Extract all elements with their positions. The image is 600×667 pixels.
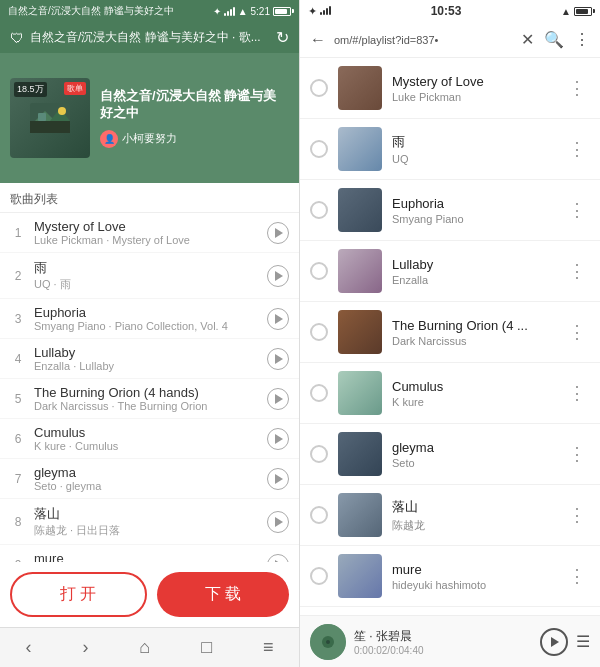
left-song-item[interactable]: 3 Euphoria Smyang Piano · Piano Collecti… <box>0 299 299 339</box>
more-menu-button[interactable]: ⋮ <box>572 28 592 51</box>
back-button[interactable]: ← <box>308 29 328 51</box>
right-bluetooth-icon: ✦ <box>308 5 317 18</box>
right-song-item[interactable]: 雨 UQ ⋮ <box>300 119 600 180</box>
song-radio[interactable] <box>310 445 328 463</box>
song-radio[interactable] <box>310 506 328 524</box>
hero-info: 自然之音/沉浸大自然 静谧与美好之中 👤 小柯要努力 <box>100 88 289 148</box>
song-artist: Seto · gleyma <box>34 480 259 492</box>
song-artist: UQ · 雨 <box>34 277 259 292</box>
right-battery-icon <box>574 7 592 16</box>
search-button[interactable]: 🔍 <box>542 28 566 51</box>
song-more-button[interactable]: ⋮ <box>564 136 590 162</box>
hero-user: 👤 小柯要努力 <box>100 130 289 148</box>
song-artist: Enzalla <box>392 274 554 286</box>
song-radio[interactable] <box>310 323 328 341</box>
right-song-item[interactable]: 落山 陈越龙 ⋮ <box>300 485 600 546</box>
song-number: 6 <box>10 432 26 446</box>
song-radio[interactable] <box>310 567 328 585</box>
song-play-button[interactable] <box>267 511 289 533</box>
song-play-button[interactable] <box>267 348 289 370</box>
left-actions: 打 开 下 载 <box>0 562 299 627</box>
right-song-item[interactable]: Euphoria Smyang Piano ⋮ <box>300 180 600 241</box>
song-more-button[interactable]: ⋮ <box>564 563 590 589</box>
song-more-button[interactable]: ⋮ <box>564 258 590 284</box>
song-play-button[interactable] <box>267 308 289 330</box>
now-playing-thumbnail <box>310 624 346 660</box>
song-info: Mystery of Love Luke Pickman <box>392 74 554 103</box>
song-info: Lullaby Enzalla <box>392 257 554 286</box>
song-play-button[interactable] <box>267 428 289 450</box>
left-song-item[interactable]: 6 Cumulus K kure · Cumulus <box>0 419 299 459</box>
song-play-button[interactable] <box>267 468 289 490</box>
left-song-item[interactable]: 8 落山 陈越龙 · 日出日落 <box>0 499 299 545</box>
song-radio[interactable] <box>310 384 328 402</box>
download-button[interactable]: 下 载 <box>157 572 290 617</box>
song-thumbnail <box>338 310 382 354</box>
right-signal-icon <box>320 5 331 17</box>
song-play-button[interactable] <box>267 554 289 563</box>
song-thumbnail <box>338 127 382 171</box>
right-status-bar: ✦ 10:53 ▲ <box>300 0 600 22</box>
song-info: Euphoria Smyang Piano <box>392 196 554 225</box>
song-play-button[interactable] <box>267 222 289 244</box>
left-header-title: 自然之音/沉浸大自然 静谧与美好之中 · 歌... <box>30 29 270 46</box>
play-pause-button[interactable] <box>540 628 568 656</box>
song-more-button[interactable]: ⋮ <box>564 441 590 467</box>
song-info: Cumulus K kure <box>392 379 554 408</box>
refresh-icon[interactable]: ↻ <box>276 28 289 47</box>
song-info: 落山 陈越龙 <box>392 498 554 533</box>
nav-window[interactable]: □ <box>201 637 212 658</box>
song-thumbnail <box>338 371 382 415</box>
left-song-item[interactable]: 5 The Burning Orion (4 hands) Dark Narci… <box>0 379 299 419</box>
right-status-left: ✦ <box>308 5 331 18</box>
user-avatar: 👤 <box>100 130 118 148</box>
now-playing-progress: 0:00:02/0:04:40 <box>354 645 532 656</box>
playlist-button[interactable]: ☰ <box>576 632 590 651</box>
now-playing-bar[interactable]: 笙 · 张碧晨 0:00:02/0:04:40 ☰ <box>300 615 600 667</box>
song-number: 4 <box>10 352 26 366</box>
song-info: 雨 UQ · 雨 <box>34 259 259 292</box>
play-icon <box>275 434 283 444</box>
song-play-button[interactable] <box>267 265 289 287</box>
song-play-button[interactable] <box>267 388 289 410</box>
song-artist: Seto <box>392 457 554 469</box>
song-more-button[interactable]: ⋮ <box>564 380 590 406</box>
song-artist: Enzalla · Lullaby <box>34 360 259 372</box>
right-song-item[interactable]: mure hideyuki hashimoto ⋮ <box>300 546 600 607</box>
nav-back[interactable]: ‹ <box>25 637 31 658</box>
right-song-item[interactable]: gleyma Seto ⋮ <box>300 424 600 485</box>
open-button[interactable]: 打 开 <box>10 572 147 617</box>
hero-username: 小柯要努力 <box>122 131 177 146</box>
left-song-item[interactable]: 2 雨 UQ · 雨 <box>0 253 299 299</box>
right-song-item[interactable]: Lullaby Enzalla ⋮ <box>300 241 600 302</box>
nav-home[interactable]: ⌂ <box>139 637 150 658</box>
song-radio[interactable] <box>310 262 328 280</box>
right-song-item[interactable]: Mystery of Love Luke Pickman ⋮ <box>300 58 600 119</box>
play-icon <box>275 394 283 404</box>
nav-menu[interactable]: ≡ <box>263 637 274 658</box>
left-song-item[interactable]: 1 Mystery of Love Luke Pickman · Mystery… <box>0 213 299 253</box>
song-radio[interactable] <box>310 201 328 219</box>
left-song-item[interactable]: 4 Lullaby Enzalla · Lullaby <box>0 339 299 379</box>
nav-forward[interactable]: › <box>82 637 88 658</box>
song-more-button[interactable]: ⋮ <box>564 75 590 101</box>
song-name: mure <box>34 551 259 562</box>
close-button[interactable]: ✕ <box>519 28 536 51</box>
song-more-button[interactable]: ⋮ <box>564 502 590 528</box>
hero-thumbnail: 18.5万 歌单 <box>10 78 90 158</box>
left-song-item[interactable]: 9 mure hidevuki hashimoto · room <box>0 545 299 562</box>
song-more-button[interactable]: ⋮ <box>564 197 590 223</box>
right-song-item[interactable]: Cumulus K kure ⋮ <box>300 363 600 424</box>
song-name: The Burning Orion (4 hands) <box>34 385 259 400</box>
left-song-item[interactable]: 7 gleyma Seto · gleyma <box>0 459 299 499</box>
song-radio[interactable] <box>310 79 328 97</box>
song-name: mure <box>392 562 554 577</box>
song-radio[interactable] <box>310 140 328 158</box>
now-playing-title: 笙 · 张碧晨 <box>354 628 532 645</box>
song-info: Lullaby Enzalla · Lullaby <box>34 345 259 372</box>
song-more-button[interactable]: ⋮ <box>564 319 590 345</box>
song-info: The Burning Orion (4 ... Dark Narcissus <box>392 318 554 347</box>
hero-title: 自然之音/沉浸大自然 静谧与美好之中 <box>100 88 289 122</box>
left-nav: ‹ › ⌂ □ ≡ <box>0 627 299 667</box>
right-song-item[interactable]: The Burning Orion (4 ... Dark Narcissus … <box>300 302 600 363</box>
